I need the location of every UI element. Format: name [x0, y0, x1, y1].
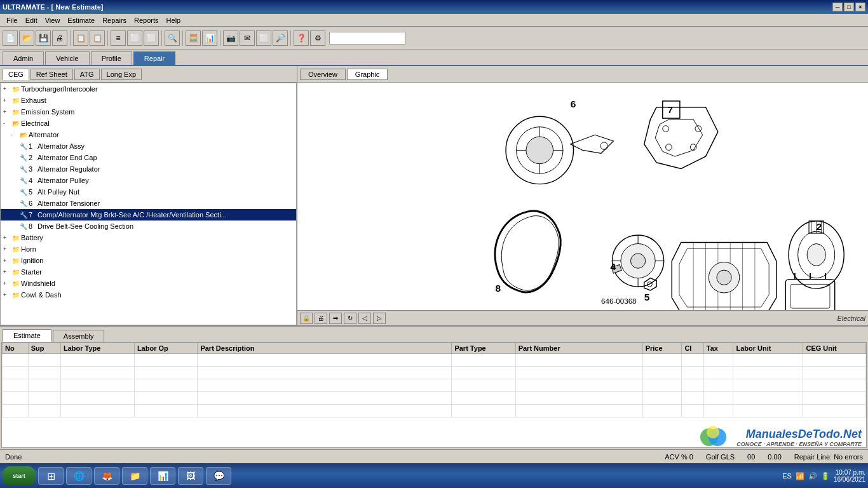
sub-tab-atg[interactable]: ATG: [74, 69, 100, 80]
graphic-print-btn[interactable]: 🖨: [315, 313, 327, 324]
expand-exhaust[interactable]: +: [3, 97, 11, 104]
taskbar-sound-icon: 🔊: [808, 472, 817, 480]
graphic-arrow-right-btn[interactable]: ➡: [329, 313, 342, 324]
bottom-tab-assembly[interactable]: Assembly: [53, 330, 105, 342]
titlebar-controls: ─ □ ×: [832, 3, 865, 11]
start-button[interactable]: start: [3, 466, 36, 485]
tree-alternator-tensioner[interactable]: 🔧 6 Alternator Tensioner: [1, 198, 296, 209]
nav-tab-profile[interactable]: Profile: [91, 51, 132, 65]
taskbar-app-6[interactable]: 🖼: [178, 467, 203, 485]
graphic-nav2-btn[interactable]: ▷: [373, 313, 386, 324]
taskbar-app-2[interactable]: 🌐: [66, 467, 92, 485]
toolbar-btn13[interactable]: 📷: [223, 30, 238, 46]
tree-emission[interactable]: + 📁 Emission System: [1, 106, 296, 118]
tree-label-ignition: Ignition: [21, 257, 43, 264]
nav-tab-vehicle[interactable]: Vehicle: [45, 51, 89, 65]
menu-file[interactable]: File: [3, 15, 22, 25]
status-model: Golf GLS: [706, 453, 735, 461]
expand-cowl[interactable]: +: [3, 292, 11, 298]
sub-tab-longexp[interactable]: Long Exp: [101, 69, 142, 80]
expand-emission[interactable]: +: [3, 109, 11, 115]
tree-cowl-dash[interactable]: + 📁 Cowl & Dash: [1, 289, 296, 301]
tree-alternator-pulley[interactable]: 🔧 4 Alternator Pulley: [1, 175, 296, 186]
maximize-button[interactable]: □: [844, 3, 854, 11]
toolbar-search-input[interactable]: [329, 32, 405, 44]
taskbar-app-5[interactable]: 📊: [150, 467, 175, 485]
toolbar-help[interactable]: ❓: [294, 30, 309, 46]
tree-alternator[interactable]: - 📂 Alternator: [1, 129, 296, 140]
toolbar-open[interactable]: 📂: [19, 30, 34, 46]
wrench-icon-1: 🔧: [18, 141, 29, 151]
toolbar-btn7[interactable]: ≡: [111, 30, 126, 46]
toolbar-btn5[interactable]: 📋: [73, 30, 88, 46]
expand-turbocharger[interactable]: +: [3, 86, 11, 92]
tree-drive-belt[interactable]: 🔧 8 Drive Belt-See Cooling Section: [1, 220, 296, 232]
tree-alternator-assy[interactable]: 🔧 1 Alternator Assy: [1, 140, 296, 152]
wrench-icon-4: 🔧: [18, 175, 29, 186]
menu-reports[interactable]: Reports: [130, 15, 163, 25]
tree-alternator-regulator[interactable]: 🔧 3 Alternator Regulator: [1, 163, 296, 175]
tree-exhaust[interactable]: + 📁 Exhaust: [1, 95, 296, 106]
nav-tab-admin[interactable]: Admin: [3, 51, 44, 65]
expand-electrical[interactable]: -: [3, 120, 11, 126]
toolbar-calc2[interactable]: 📊: [202, 30, 217, 46]
tree-label-alternator-tensioner: Alternator Tensioner: [37, 200, 100, 207]
folder-icon-windshield: 📁: [11, 278, 21, 288]
graphic-nav-btn[interactable]: ◁: [358, 313, 371, 324]
tree-ignition[interactable]: + 📁 Ignition: [1, 255, 296, 266]
toolbar-btn16[interactable]: 🔎: [273, 30, 288, 46]
toolbar-new[interactable]: 📄: [3, 30, 18, 46]
tree-electrical[interactable]: - 📂 Electrical: [1, 118, 296, 129]
sub-tab-ceg[interactable]: CEG: [3, 69, 29, 80]
menu-estimate[interactable]: Estimate: [64, 15, 98, 25]
toolbar-print[interactable]: 🖨: [52, 30, 67, 46]
toolbar-email[interactable]: ✉: [240, 30, 255, 46]
graphic-rotate-btn[interactable]: ↻: [344, 313, 356, 324]
tree-alternator-end-cap[interactable]: 🔧 2 Alternator End Cap: [1, 152, 296, 163]
logo-icon: [700, 424, 731, 448]
right-tab-graphic[interactable]: Graphic: [347, 69, 388, 80]
status-repair-line: Repair Line: No errors: [794, 453, 863, 461]
graphic-lock-btn[interactable]: 🔒: [300, 313, 313, 324]
expand-windshield[interactable]: +: [3, 280, 11, 287]
tree-battery[interactable]: + 📁 Battery: [1, 232, 296, 243]
expand-ignition[interactable]: +: [3, 257, 11, 264]
toolbar-settings[interactable]: ⚙: [310, 30, 325, 46]
tree-starter[interactable]: + 📁 Starter: [1, 266, 296, 278]
toolbar-btn9[interactable]: ⬜: [144, 30, 159, 46]
right-tab-overview[interactable]: Overview: [300, 69, 346, 80]
tree-turbocharger[interactable]: + 📁 Turbocharger/Intercooler: [1, 83, 296, 95]
expand-alternator[interactable]: -: [11, 132, 18, 138]
tree-view[interactable]: + 📁 Turbocharger/Intercooler + 📁 Exhaust…: [0, 83, 297, 325]
menu-edit[interactable]: Edit: [22, 15, 41, 25]
tree-horn[interactable]: + 📁 Horn: [1, 243, 296, 255]
toolbar-calc[interactable]: 🧮: [186, 30, 201, 46]
toolbar-save[interactable]: 💾: [36, 30, 51, 46]
nav-tab-repair[interactable]: Repair: [133, 51, 175, 65]
svg-point-55: [707, 426, 719, 438]
menu-help[interactable]: Help: [163, 15, 185, 25]
toolbar-btn15[interactable]: ⬜: [256, 30, 271, 46]
tree-comp-alternator-mtg[interactable]: 🔧 7 Comp/Alternator Mtg Brkt-See A/C /He…: [1, 209, 296, 220]
graphic-area[interactable]: 6 7: [297, 83, 868, 310]
minimize-button[interactable]: ─: [832, 3, 843, 11]
estimate-table-container[interactable]: No Sup Labor Type Labor Op Part Descript…: [1, 342, 867, 448]
menu-repairs[interactable]: Repairs: [98, 15, 130, 25]
expand-starter[interactable]: +: [3, 269, 11, 275]
expand-battery[interactable]: +: [3, 234, 11, 241]
tree-windshield[interactable]: + 📁 Windshield: [1, 278, 296, 289]
table-row: [3, 354, 866, 367]
toolbar-btn6[interactable]: 📋: [90, 30, 105, 46]
menu-view[interactable]: View: [41, 15, 64, 25]
sub-tab-refsheet[interactable]: Ref Sheet: [31, 69, 73, 80]
expand-horn[interactable]: +: [3, 246, 11, 252]
taskbar-app-7[interactable]: 💬: [206, 467, 231, 485]
bottom-tab-estimate[interactable]: Estimate: [3, 329, 51, 342]
taskbar-app-3[interactable]: 🦊: [94, 467, 119, 485]
toolbar-search-btn[interactable]: 🔍: [165, 30, 180, 46]
taskbar-app-1[interactable]: ⊞: [38, 467, 64, 485]
taskbar-app-4[interactable]: 📁: [122, 467, 147, 485]
toolbar-btn8[interactable]: ⬜: [127, 30, 142, 46]
close-button[interactable]: ×: [855, 3, 865, 11]
tree-alt-pulley-nut[interactable]: 🔧 5 Alt Pulley Nut: [1, 186, 296, 198]
